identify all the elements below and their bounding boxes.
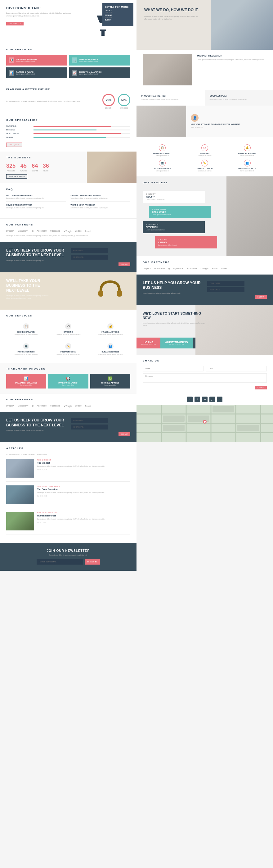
cta-submit-button-1[interactable]: SUBMIT (118, 262, 130, 266)
cta-name-input-1[interactable] (71, 248, 108, 253)
process-step-name-2: MARKETING & LAUNCH (50, 382, 86, 384)
faq-answer-1: Lorem ipsum dolor sit amet, consectetur … (6, 197, 66, 199)
email-email-input[interactable] (206, 366, 267, 371)
skill-icon-6: 👥 (244, 160, 251, 166)
start-stat-2: AUDIT TRAINING BUSINESS SERVICES (160, 338, 193, 348)
market-research-description: Lorem ipsum dolor sit amet, consectetur … (197, 59, 267, 61)
svg-rect-18 (163, 425, 184, 431)
newsletter-title: JOIN OUR NEWSLETTER (6, 549, 130, 553)
services2-section: OUR SERVICES 📋 BUSINESS STRATEGY Lorem i… (0, 310, 137, 363)
whatwedo-description: Lorem ipsum dolor sit amet, consectetur … (144, 15, 204, 20)
partner2-logo-5: ✕Zarcario (50, 405, 61, 407)
testimonial-section: 👤 HOW WILL MY SALES DOUBLES IN JUST 12 M… (137, 105, 273, 137)
service2-name-2: BRANDING (51, 331, 86, 333)
faq-item-1: DO YOU HAVE EXPERIENCE? Lorem ipsum dolo… (6, 194, 66, 202)
plan-circles: 71% GROWTH 50% SUCCESS (102, 94, 130, 109)
pinterest-icon[interactable]: p (217, 397, 223, 402)
skill-desc-2: Lorem ipsum dolor sit (185, 155, 225, 157)
linkedin-icon[interactable]: in (202, 397, 208, 402)
cta-description-1: Lorem ipsum dolor sit amet, consectetur … (6, 259, 66, 262)
cta-section-2: LET US HELP YOU GROW YOUR BUSINESS TO TH… (0, 412, 137, 442)
circle-label-2: SUCCESS (118, 107, 130, 109)
cta-section-1: LET US HELP YOU GROW YOUR BUSINESS TO TH… (0, 242, 137, 272)
view-numbers-button[interactable]: VIEW THE NUMBERS (6, 174, 27, 179)
hero-title: DIVI CONSULTANT (6, 6, 73, 10)
process-step-right-1: 0. INQUIRY INQUIRY Lorem ipsum dolor sit… (143, 191, 205, 203)
cta-form-2: SUBMIT (71, 418, 131, 436)
partners-title-left: OUR PARTNERS (6, 223, 130, 226)
cta-right-email-input[interactable] (207, 287, 244, 292)
plan-description: Lorem ipsum dolor sit amet, consectetur … (6, 100, 99, 103)
cta-right-submit-button[interactable]: SUBMIT (255, 295, 267, 299)
email-name-input[interactable] (143, 366, 204, 371)
settle-item-3: BUDGET Lorem ipsum (105, 19, 131, 23)
skill-name-5: PRODUCT DESIGN (185, 168, 225, 169)
faq-item-4: WHAT IS YOUR PROCESS? Lorem ipsum dolor … (71, 204, 131, 211)
services-grid: 📢 GROWTH & PLANNING Lorem ipsum dolor si… (6, 55, 130, 78)
partner-right-logo-8: Asset (221, 268, 227, 270)
process-step-right-desc-4: Lorem ipsum dolor sit amet (158, 244, 214, 246)
email-message-input[interactable] (143, 373, 267, 382)
partner-right-logo-7: ∎oddo (212, 268, 218, 270)
cta-right-text: LET US HELP YOU GROW YOUR BUSINESS Lorem… (143, 281, 203, 299)
partner-logo-8: Asset (85, 230, 91, 232)
product-marketing-description: Lorem ipsum dolor sit amet, consectetur … (141, 98, 200, 101)
skill-name-2: BRANDING (185, 153, 225, 154)
process-step-right-2: 1. CASE STUDY CASE STUDY Lorem ipsum dol… (149, 206, 211, 218)
business-plan-title: BUSINESS PLAN (210, 95, 269, 97)
googleplus-icon[interactable]: g+ (209, 397, 215, 402)
number-item-3: 64 CLIENTS (32, 163, 38, 172)
faq-question-4: WHAT IS YOUR PROCESS? (71, 204, 131, 206)
start-section: WE'D LOVE TO START SOMETHING NEW Lorem i… (137, 305, 273, 355)
market-research-image (143, 54, 192, 85)
service2-item-3: 💰 FINANCIAL ADVISING Lorem ipsum dolor s… (91, 321, 130, 338)
testimonial-avatar: 👤 (191, 114, 199, 122)
service2-desc-6: Lorem ipsum dolor sit amet consectetur (93, 354, 128, 355)
start-stat-val-2: AUDIT TRAINING (165, 341, 188, 344)
service-card-4: 📈 EXECUTION & ANALYSIS Lorem ipsum dolor… (69, 67, 130, 78)
facebook-icon[interactable]: f (187, 397, 193, 402)
cta-email-input-1[interactable] (71, 255, 108, 259)
social-section: f t in g+ p (137, 394, 273, 405)
partners-right-grid: DropB✕ Brandier❧ ◉ AgrenoI✕ ✕Zarcario ▲T… (143, 268, 267, 270)
partners-section-2: OUR PARTNERS DropB✕ Brandier❧ ◉ AgrenoI✕… (0, 393, 137, 412)
whatwedo-title: WHAT WE DO, HOW WE DO IT. (144, 8, 204, 13)
skill-item-6: 👥 HUMAN RESOURCES Lorem ipsum dolor sit (228, 160, 267, 172)
partner2-logo-3: ◉ (32, 405, 34, 407)
hero2-section: WE'LL TAKE YOUR BUSINESS TO THE NEXT LEV… (0, 272, 137, 310)
newsletter-subscribe-button[interactable]: SUBSCRIBE (85, 559, 100, 565)
svg-rect-1 (100, 30, 106, 31)
testimonial-quote: HOW WILL MY SALES DOUBLES IN JUST 12 MON… (191, 123, 240, 125)
twitter-icon[interactable]: t (195, 397, 200, 402)
email-submit-button[interactable]: SUBMIT (255, 386, 267, 390)
get-quote-button[interactable]: GET A QUOTE (6, 143, 22, 147)
partners-title-2: OUR PARTNERS (6, 398, 130, 401)
article-desc-1: Lorem ipsum dolor sit amet, consectetur … (37, 465, 130, 468)
cta-submit-button-2[interactable]: SUBMIT (118, 432, 130, 436)
faq-question-3: CAN YOU HELP WITH PLANNING? (71, 194, 131, 196)
newsletter-email-input[interactable] (37, 559, 83, 565)
number-val-3: 64 (32, 163, 38, 169)
cta-email-input-2[interactable] (71, 425, 108, 430)
partner2-logo-4: AgrenoI✕ (37, 405, 46, 407)
cta-right-name-input[interactable] (207, 281, 244, 286)
hero2-description: Lorem ipsum dolor sit amet, consectetur … (6, 295, 49, 299)
partner-right-logo-3: ◉ (168, 268, 170, 270)
number-item-2: 45 AWARDS (20, 163, 27, 172)
plan-content: Lorem ipsum dolor sit amet, consectetur … (6, 94, 130, 109)
articles-section: ARTICLES Lorem ipsum dolor sit amet, con… (0, 442, 137, 543)
number-label-4: YEARS (43, 170, 49, 172)
market-research-content: MARKET RESEARCH Lorem ipsum dolor sit am… (197, 54, 267, 85)
process-step-3: 💹 FINANCIAL ADVISING Lorem ipsum dolor (90, 374, 130, 389)
partner-right-logo-6: ▲Tragic (200, 268, 208, 270)
circle-label-1: GROWTH (102, 107, 115, 109)
article-item-3: HUMAN RESOURCES Human Resources Lorem ip… (6, 512, 130, 534)
skill-desc-3: Lorem ipsum dolor sit (228, 155, 267, 157)
hero-cta-button[interactable]: GET STARTED (6, 22, 24, 26)
cta-name-input-2[interactable] (71, 418, 108, 423)
numbers-grid: 325 PROJECTS 45 AWARDS 64 CLIENTS 36 (6, 163, 130, 172)
process-step-name-1: EVALUATION & PLANNING (9, 382, 44, 384)
number-val-1: 325 (6, 163, 15, 169)
article-meta-3: March 5, 2018 (37, 522, 130, 523)
process-step-right-title-4: LAUNCH (158, 241, 214, 244)
